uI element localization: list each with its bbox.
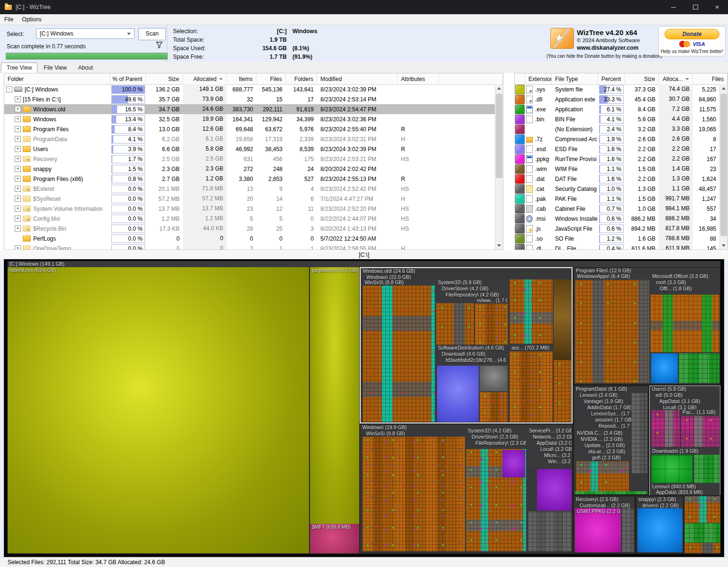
menu-file[interactable]: File (0, 14, 18, 25)
folder-row[interactable]: +Config.Msi0.0 %1.2 MB1.2 MB5508/22/2024… (4, 214, 495, 224)
snappy-drivers-block[interactable] (637, 508, 682, 552)
recovery-usmt-block[interactable]: USMT.PPKG (2.2 GB) (575, 508, 621, 552)
pd-gray-strip[interactable] (631, 393, 647, 474)
users-downloads-green[interactable] (651, 455, 693, 483)
wo-winsxs-mosaic[interactable] (363, 286, 435, 422)
recovery-gray-strip[interactable] (622, 508, 634, 552)
column-header-Size[interactable]: Size (146, 73, 183, 84)
column-header-Modified[interactable]: Modified (317, 73, 398, 84)
extension-row[interactable]: .datDAT File1.6 %2.2 GB1.3 GB1,624 (515, 174, 719, 184)
folder-row[interactable]: +$SysReset0.0 %57.2 MB57.2 MB201467/1/20… (4, 194, 495, 204)
expand-icon[interactable]: + (15, 206, 21, 212)
menu-options[interactable]: Options (18, 14, 46, 25)
tab-tree-view[interactable]: Tree View (1, 63, 37, 73)
folder-row[interactable]: +Users3.9 %6.6 GB5.8 GB46,99238,4538,539… (4, 144, 495, 154)
column-header-Files[interactable]: Files (693, 73, 728, 84)
minimize-button[interactable] (663, 0, 684, 14)
w-svc-purple-block[interactable] (537, 469, 572, 511)
tab-file-view[interactable]: File View (38, 63, 72, 73)
extension-row[interactable]: .pakPAK File1.1 %1.5 GB991.7 MB1,247 (515, 194, 719, 204)
scroll-down-icon[interactable] (495, 242, 503, 250)
expand-icon[interactable]: + (15, 96, 21, 102)
scroll-up-icon[interactable] (495, 84, 503, 92)
extension-row[interactable]: .soSO File1.2 %1.6 GB788.6 MB88 (515, 234, 719, 243)
pd-bottom-strip[interactable] (575, 491, 647, 495)
wo-nvlww-mosaic[interactable] (475, 304, 508, 345)
folder-row[interactable]: +OneDriveTemp0.0 %002118/23/2024 2:56:55… (4, 243, 495, 250)
scroll-up-icon[interactable] (720, 84, 728, 92)
column-header-filler[interactable] (439, 73, 503, 84)
folder-row[interactable]: +ProgramData4.1 %6.2 GB6.1 GB19,65817,31… (4, 134, 495, 144)
extension-row[interactable]: (No Extension)2.4 %3.2 GB3.3 GB19,065 (515, 124, 719, 134)
pf-msoffice-mosaic[interactable] (650, 295, 719, 352)
wo-fd-gray-block[interactable] (480, 366, 508, 391)
expand-icon[interactable]: + (15, 186, 21, 192)
folder-row[interactable]: +Windows.old16.5 %34.7 GB24.6 GB383,7302… (4, 104, 495, 114)
column-header-Attributes[interactable]: Attributes (398, 73, 439, 84)
w-svc-gray-mosaic[interactable] (528, 512, 572, 551)
scrollbar-thumb[interactable] (496, 94, 502, 178)
folder-row[interactable]: +Program Files (x86)0.8 %2.7 GB1.2 GB3,3… (4, 174, 495, 184)
users-magenta-mosaic[interactable] (651, 410, 680, 447)
website-link[interactable]: www.diskanalyzer.com (577, 45, 638, 51)
farright-top-mosaic[interactable] (684, 496, 720, 523)
expand-icon[interactable]: + (15, 156, 21, 162)
extension-row[interactable]: .wimWIM File1.1 %1.5 GB1.4 GB23 (515, 164, 719, 174)
column-header-color[interactable] (515, 73, 525, 84)
wo-ne-mosaic[interactable] (510, 279, 553, 344)
column-header-File Type[interactable]: File Type (552, 73, 598, 84)
column-header-Extension[interactable]: Extension (525, 73, 552, 84)
users-downloads-label[interactable]: Downloads\ (1.9 GB) (650, 448, 719, 454)
wo-system32-mosaic[interactable] (436, 303, 474, 345)
filter-icon[interactable] (155, 41, 163, 49)
collapse-icon[interactable]: - (6, 86, 12, 92)
scan-button[interactable]: Scan (138, 28, 166, 40)
expand-icon[interactable]: + (15, 216, 21, 222)
extension-row[interactable]: .sysSystem file27.4 %37.3 GB74.4 GB5,225 (515, 84, 719, 94)
pd-nvidia-mosaic[interactable] (576, 461, 629, 494)
expand-icon[interactable]: + (15, 136, 21, 142)
expand-icon[interactable]: + (15, 116, 21, 122)
folder-row[interactable]: +[15 Files in C:\]49.6 %35.7 GB73.9 GB32… (4, 94, 495, 104)
w-winsxs-mosaic[interactable] (363, 437, 465, 551)
extension-row[interactable]: .dllApplication exte33.3 %45.4 GB30.7 GB… (515, 94, 719, 104)
folder-row[interactable]: +Windows13.4 %32.5 GB19.9 GB164,341129,9… (4, 114, 495, 124)
pf-green-mosaic[interactable] (679, 353, 719, 383)
extension-row[interactable]: .binBIN File4.1 %5.6 GB4.4 GB1,560 (515, 114, 719, 124)
folder-row[interactable]: +PerfLogs0.0 %000005/7/2022 12:24:50 AM (4, 234, 495, 243)
extension-row[interactable]: .exeApplication6.1 %8.4 GB7.2 GB11,575 (515, 104, 719, 114)
wo-right-mosaic[interactable] (554, 360, 571, 422)
wo-nvlww-label[interactable]: nvlww... (1.7 GB) (475, 297, 508, 304)
wo-winsxs-label[interactable]: WinSxS\ (8.8 GB) (363, 279, 435, 286)
expand-icon[interactable]: + (15, 176, 21, 182)
pf-windowsapps-label[interactable]: WindowsApps\ (6.4 GB) (575, 273, 649, 280)
wo-brown-block[interactable] (554, 279, 571, 360)
folder-table-scrollbar[interactable] (495, 84, 503, 250)
scrollbar-thumb[interactable] (720, 94, 727, 236)
pf-msoffice-label[interactable]: Microsoft Office\ (3.3 GB)root\ (3.3 GB)… (650, 273, 719, 295)
folder-row[interactable]: +System Volume Information0.0 %13.7 MB13… (4, 204, 495, 214)
farright-bottom-mosaic[interactable] (684, 543, 720, 553)
users-pac-label[interactable]: Pac... (1.1 GB) (681, 409, 719, 416)
pf-windowsapps-mosaic[interactable] (575, 280, 649, 383)
folder-row[interactable]: +Program Files8.4 %13.0 GB12.6 GB69,6486… (4, 124, 495, 134)
maximize-button[interactable] (684, 0, 706, 14)
pd-nvidia-label[interactable]: NVIDIA C... (2.4 GB)NVIDIA ... (2.3 GB)U… (575, 430, 630, 461)
wo-fd-blue-block[interactable] (437, 366, 479, 422)
column-header-Items[interactable]: Items (227, 73, 256, 84)
extension-row[interactable]: .dl_DL_ File0.4 %611.6 MB611.9 MB145 (515, 243, 719, 250)
column-header-Allocated[interactable]: Allocated (183, 73, 227, 84)
w-serviceprofiles-label[interactable]: ServicePr... (3.2 GB)Network... (3.2 GB)… (527, 428, 572, 468)
users-appdata-label[interactable]: AppData\ (833.9 MB) (650, 489, 719, 495)
pf-blue-block[interactable] (651, 353, 678, 383)
folder-row[interactable]: +snappy1.5 %2.3 GB2.3 GB272248248/20/202… (4, 164, 495, 174)
column-header-% of Parent[interactable]: % of Parent (110, 73, 146, 84)
drive-header[interactable]: [C:] Windows (149.1 GB) (8, 261, 720, 267)
extension-row[interactable]: .msiWindows Installe0.6 %886.2 MB886.2 M… (515, 214, 719, 224)
scroll-down-icon[interactable] (720, 242, 728, 250)
drive-select[interactable]: [C:] Windows (36, 28, 135, 39)
mft-block[interactable]: $MFT (639.8 MB) (310, 524, 359, 553)
wo-ass-mosaic[interactable] (510, 351, 553, 422)
users-downloads-green2[interactable] (694, 455, 719, 483)
column-header-Folder[interactable]: Folder (4, 73, 110, 84)
